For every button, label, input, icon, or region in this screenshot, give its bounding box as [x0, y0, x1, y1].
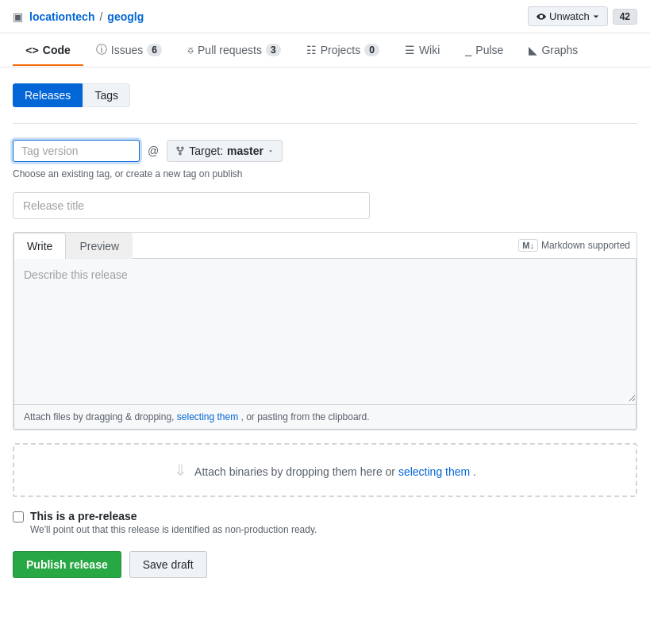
pre-release-checkbox[interactable] [13, 511, 24, 523]
repo-owner[interactable]: locationtech [29, 10, 94, 23]
sub-tab-tags[interactable]: Tags [83, 83, 130, 107]
tab-code-label: Code [43, 44, 71, 56]
save-draft-button[interactable]: Save draft [129, 551, 207, 578]
watch-area: Unwatch 42 [528, 6, 637, 26]
attach-text-1: Attach files by dragging & dropping, [24, 411, 174, 422]
tab-projects-label: Projects [321, 44, 361, 56]
action-buttons: Publish release Save draft [13, 551, 637, 578]
pr-badge: 3 [266, 44, 281, 56]
issues-icon: ⓘ [96, 43, 107, 57]
pre-release-hint: We'll point out that this release is ide… [30, 524, 317, 535]
watch-count: 42 [613, 9, 637, 25]
markdown-icon: M↓ [518, 239, 538, 252]
tab-issues-label: Issues [111, 44, 143, 56]
sub-tab-releases[interactable]: Releases [13, 83, 83, 107]
pre-release-section: This is a pre-release We'll point out th… [13, 510, 637, 535]
target-branch: master [227, 145, 263, 157]
tab-pull-requests[interactable]: ⎑ Pull requests 3 [175, 34, 294, 66]
at-sign: @ [148, 145, 159, 157]
binaries-section: ⇓ Attach binaries by dropping them here … [13, 443, 637, 497]
tab-projects[interactable]: ☷ Projects 0 [294, 34, 392, 66]
repo-name[interactable]: geoglg [107, 10, 144, 23]
attach-files-bar: Attach files by dragging & dropping, sel… [14, 404, 636, 429]
tag-row: @ Target: master [13, 140, 637, 162]
sub-tabs: Releases Tags [13, 83, 637, 107]
tab-pr-label: Pull requests [198, 44, 262, 56]
header: ▣ locationtech / geoglg Unwatch 42 [0, 0, 650, 33]
pre-release-label: This is a pre-release [30, 510, 317, 523]
pre-release-info: This is a pre-release We'll point out th… [30, 510, 317, 535]
attach-files-link[interactable]: selecting them [177, 411, 241, 422]
repo-info: ▣ locationtech / geoglg [13, 10, 144, 23]
binaries-text-1: Attach binaries by dropping them here or [194, 465, 395, 478]
pr-icon: ⎑ [187, 44, 194, 56]
code-icon: <> [25, 44, 39, 56]
tab-wiki-label: Wiki [419, 44, 440, 56]
tab-graphs[interactable]: ◣ Graphs [516, 34, 590, 66]
watch-label: Unwatch [549, 10, 590, 22]
preview-tab[interactable]: Preview [66, 233, 133, 259]
download-icon: ⇓ [174, 461, 187, 480]
markdown-label: Markdown supported [541, 240, 630, 251]
branch-icon [175, 146, 185, 156]
editor-tabs: Write Preview M↓ Markdown supported [13, 233, 637, 259]
tab-wiki[interactable]: ☰ Wiki [392, 34, 452, 66]
write-tab-label: Write [27, 240, 52, 253]
tab-issues[interactable]: ⓘ Issues 6 [83, 33, 175, 67]
target-button[interactable]: Target: master [167, 140, 283, 162]
tag-version-input[interactable] [13, 140, 140, 162]
tags-label: Tags [94, 89, 118, 102]
wiki-icon: ☰ [405, 44, 415, 56]
description-box: Attach files by dragging & dropping, sel… [13, 259, 637, 430]
tab-code[interactable]: <> Code [13, 34, 83, 66]
tab-graphs-label: Graphs [541, 44, 578, 56]
publish-release-button[interactable]: Publish release [13, 551, 121, 578]
chevron-down-icon [593, 13, 599, 20]
tab-pulse-label: Pulse [475, 44, 503, 56]
releases-label: Releases [25, 89, 71, 102]
repo-icon: ▣ [13, 10, 23, 23]
main-content: Releases Tags @ Target: master Choose an… [0, 67, 650, 594]
target-label: Target: [189, 145, 223, 157]
binaries-text-3: . [473, 465, 476, 478]
attach-text-2: , or pasting from the clipboard. [241, 411, 370, 422]
tab-pulse[interactable]: ⎯ Pulse [452, 34, 516, 66]
write-tab[interactable]: Write [13, 233, 66, 259]
description-textarea[interactable] [14, 259, 636, 402]
projects-badge: 0 [364, 44, 379, 56]
eye-icon [537, 12, 546, 21]
repo-separator: / [99, 10, 102, 23]
release-title-input[interactable] [13, 192, 370, 219]
projects-icon: ☷ [306, 44, 317, 56]
pulse-icon: ⎯ [465, 44, 471, 56]
watch-button[interactable]: Unwatch [528, 6, 608, 26]
graphs-icon: ◣ [529, 44, 537, 56]
nav-tabs: <> Code ⓘ Issues 6 ⎑ Pull requests 3 ☷ P… [0, 33, 650, 67]
tag-hint: Choose an existing tag, or create a new … [13, 168, 637, 179]
target-chevron-icon [267, 148, 274, 154]
markdown-info: M↓ Markdown supported [518, 239, 630, 252]
binaries-select-link[interactable]: selecting them [398, 465, 473, 478]
preview-tab-label: Preview [79, 240, 119, 253]
issues-badge: 6 [147, 44, 162, 56]
editor-container: Write Preview M↓ Markdown supported Atta… [13, 232, 637, 430]
